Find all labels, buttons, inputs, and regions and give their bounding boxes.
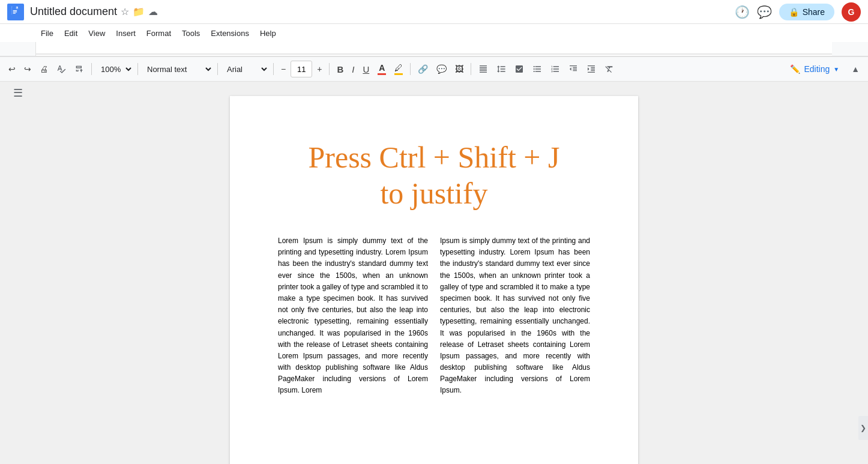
bold-button[interactable]: B bbox=[333, 60, 347, 78]
svg-rect-3 bbox=[13, 13, 16, 13]
link-button[interactable]: 🔗 bbox=[414, 60, 432, 78]
outline-icon[interactable]: ☰ bbox=[13, 86, 23, 100]
heading-line1: Press Ctrl + Shift + J bbox=[278, 139, 590, 175]
drive-icon[interactable]: 📁 bbox=[133, 6, 145, 17]
document-scroll-area[interactable]: Press Ctrl + Shift + J to justify Lorem … bbox=[36, 82, 832, 464]
font-size-input[interactable] bbox=[291, 61, 312, 77]
print-button[interactable]: 🖨 bbox=[36, 60, 52, 78]
document-heading: Press Ctrl + Shift + J to justify bbox=[278, 139, 590, 211]
horizontal-ruler bbox=[36, 42, 832, 56]
menu-file[interactable]: File bbox=[36, 26, 58, 40]
expand-handle[interactable]: ❯ bbox=[858, 416, 868, 440]
chat-icon[interactable]: 💬 bbox=[757, 5, 772, 19]
main-area: ☰ Press Ctrl + Shift + J to justify Lore… bbox=[0, 82, 868, 464]
highlight-button[interactable]: 🖊 bbox=[391, 60, 406, 78]
comment-button[interactable]: 💬 bbox=[433, 60, 450, 78]
pencil-icon: ✏️ bbox=[790, 64, 800, 74]
separator-3 bbox=[217, 63, 218, 75]
numbered-list-button[interactable] bbox=[547, 60, 564, 78]
svg-rect-2 bbox=[13, 11, 17, 12]
menu-extensions[interactable]: Extensions bbox=[206, 26, 254, 40]
title-bar: Untitled document ☆ 📁 ☁ 🕐 💬 🔒 Share G bbox=[0, 0, 868, 24]
text-color-indicator bbox=[378, 73, 386, 75]
share-label: Share bbox=[803, 7, 825, 17]
increase-font-button[interactable]: + bbox=[313, 60, 325, 78]
menu-insert[interactable]: Insert bbox=[111, 26, 140, 40]
indent-increase-button[interactable] bbox=[583, 60, 600, 78]
toolbar: ↩ ↪ 🖨 100% 75% 125% 150% Normal text Hea… bbox=[0, 56, 868, 82]
editing-label: Editing bbox=[804, 64, 830, 74]
separator-2 bbox=[137, 63, 138, 75]
paint-format-button[interactable] bbox=[71, 60, 88, 78]
decrease-font-button[interactable]: − bbox=[277, 60, 289, 78]
highlight-indicator bbox=[394, 73, 403, 75]
separator-5 bbox=[329, 63, 330, 75]
align-button[interactable] bbox=[475, 60, 492, 78]
menu-format[interactable]: Format bbox=[142, 26, 176, 40]
clear-formatting-button[interactable] bbox=[601, 60, 618, 78]
heading-line2: to justify bbox=[278, 175, 590, 211]
separator-7 bbox=[471, 63, 471, 75]
menu-view[interactable]: View bbox=[83, 26, 110, 40]
menu-help[interactable]: Help bbox=[255, 26, 281, 40]
chevron-down-icon: ▼ bbox=[833, 66, 839, 73]
checklist-button[interactable] bbox=[511, 60, 528, 78]
avatar[interactable]: G bbox=[842, 2, 861, 22]
redo-button[interactable]: ↪ bbox=[20, 60, 35, 78]
cloud-icon[interactable]: ☁ bbox=[148, 6, 158, 17]
undo-button[interactable]: ↩ bbox=[5, 60, 19, 78]
image-button[interactable]: 🖼 bbox=[451, 60, 467, 78]
bullet-list-button[interactable] bbox=[529, 60, 546, 78]
sidebar-left: ☰ bbox=[0, 82, 36, 464]
menu-edit[interactable]: Edit bbox=[59, 26, 82, 40]
star-icon[interactable]: ☆ bbox=[121, 6, 129, 17]
page-content: Lorem Ipsum is simply dummy text of the … bbox=[278, 235, 590, 397]
menu-bar: File Edit View Insert Format Tools Exten… bbox=[0, 24, 868, 42]
ruler-right-end bbox=[832, 42, 868, 56]
zoom-select[interactable]: 100% 75% 125% 150% bbox=[95, 60, 134, 78]
ruler-corner bbox=[0, 42, 36, 56]
doc-title[interactable]: Untitled document bbox=[30, 5, 117, 18]
right-column[interactable]: Ipsum is simply dummy text of the printi… bbox=[440, 235, 590, 397]
separator-4 bbox=[273, 63, 274, 75]
style-select[interactable]: Normal text Heading 1 Heading 2 Heading … bbox=[142, 60, 214, 78]
editing-mode-button[interactable]: ✏️ Editing ▼ bbox=[783, 62, 846, 76]
sidebar-right bbox=[832, 82, 868, 464]
text-color-button[interactable]: A bbox=[374, 60, 390, 78]
svg-rect-1 bbox=[13, 10, 17, 11]
font-select[interactable]: Arial Times New Roman Courier New bbox=[222, 60, 270, 78]
left-column[interactable]: Lorem Ipsum is simply dummy text of the … bbox=[278, 235, 428, 397]
history-icon[interactable]: 🕐 bbox=[735, 5, 750, 19]
lock-icon: 🔒 bbox=[789, 7, 799, 17]
underline-button[interactable]: U bbox=[359, 60, 373, 78]
share-button[interactable]: 🔒 Share bbox=[779, 4, 834, 20]
document-page: Press Ctrl + Shift + J to justify Lorem … bbox=[230, 96, 638, 464]
collapse-toolbar-button[interactable]: ▲ bbox=[848, 60, 863, 78]
docs-app-icon bbox=[7, 4, 24, 20]
spellcheck-button[interactable] bbox=[53, 60, 70, 78]
line-spacing-button[interactable] bbox=[493, 60, 510, 78]
menu-tools[interactable]: Tools bbox=[177, 26, 205, 40]
ruler-bar bbox=[0, 42, 868, 56]
separator-1 bbox=[91, 63, 92, 75]
indent-decrease-button[interactable] bbox=[565, 60, 582, 78]
title-right-actions: 🕐 💬 🔒 Share G bbox=[735, 2, 861, 22]
separator-6 bbox=[410, 63, 411, 75]
italic-button[interactable]: I bbox=[348, 60, 358, 78]
